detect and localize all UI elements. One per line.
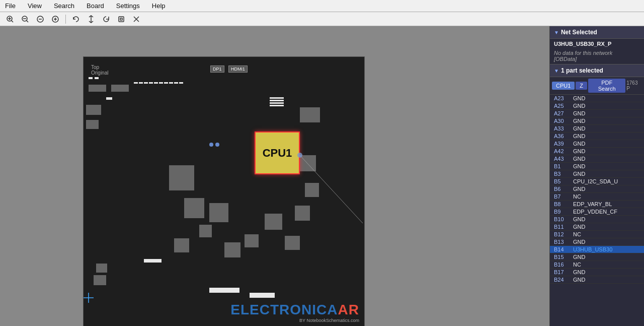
flip-button[interactable] — [85, 14, 97, 24]
parts-selected-label: 1 part selected — [561, 67, 603, 74]
conn-bottom2 — [209, 288, 239, 293]
tab-z[interactable]: Z — [576, 82, 587, 90]
pin-row[interactable]: B14U3HUB_USB30 — [550, 246, 644, 253]
watermark-main: ELECTRONICAAR — [230, 302, 359, 318]
menubar: File View Search Board Settings Help — [0, 0, 644, 12]
pin-row[interactable]: A39GND — [550, 140, 644, 148]
zoom-out-button[interactable] — [19, 14, 31, 24]
pin-number: B24 — [554, 277, 573, 283]
cpu-component[interactable]: CPU1 — [255, 132, 300, 174]
pin-name: NC — [573, 193, 581, 200]
pin-row[interactable]: B8EDP_VARY_BL — [550, 201, 644, 208]
res-2 — [95, 77, 99, 79]
toolbar — [0, 12, 644, 26]
refresh-button[interactable] — [100, 14, 112, 24]
menu-view[interactable]: View — [25, 1, 45, 11]
pin-row[interactable]: A30GND — [550, 117, 644, 125]
pin-row[interactable]: A42GND — [550, 148, 644, 155]
pin-number: B13 — [554, 239, 573, 245]
pin-row[interactable]: B9EDP_VDDEN_CF — [550, 208, 644, 216]
pin-number: B16 — [554, 262, 573, 268]
svg-line-1 — [12, 20, 14, 22]
pin-number: A43 — [554, 156, 573, 162]
pin-row[interactable]: A36GND — [550, 133, 644, 140]
parts-selected-header: ▼ 1 part selected — [550, 64, 644, 77]
zoom-plus-button[interactable] — [49, 14, 61, 24]
pin-number: A27 — [554, 110, 573, 116]
ic-right3 — [305, 183, 319, 197]
pin-name: U3HUB_USB30 — [573, 246, 612, 252]
ic-btm1 — [174, 238, 189, 252]
pin-name: GND — [573, 224, 585, 230]
tab-pdf-search[interactable]: PDF Search — [588, 79, 625, 93]
canvas-area[interactable]: DP1 HDMI1 — [0, 26, 549, 326]
crosshair — [84, 293, 94, 303]
pin-row[interactable]: B5CPU_I2C_SDA_U — [550, 178, 644, 185]
pin-name: GND — [573, 277, 585, 283]
conn-bottom1 — [144, 259, 162, 263]
connection-lines — [84, 57, 364, 326]
pin-number: B14 — [554, 246, 573, 252]
pin-number: B17 — [554, 269, 573, 275]
pin-row[interactable]: B16NC — [550, 261, 644, 269]
pin-row[interactable]: B6GND — [550, 185, 644, 193]
menu-search[interactable]: Search — [51, 1, 77, 11]
fit-view-button[interactable] — [115, 14, 127, 24]
pin-name: GND — [573, 133, 585, 139]
orig-label-text: Original — [91, 70, 108, 76]
right-panel: ▼ Net Selected U3HUB_USB30_RX_P No data … — [549, 26, 644, 326]
resistor-bank-top — [134, 82, 204, 84]
pin-name: EDP_VARY_BL — [573, 201, 612, 207]
pin-row[interactable]: B17GND — [550, 269, 644, 276]
pin-row[interactable]: B7NC — [550, 193, 644, 201]
pin-row[interactable]: A33GND — [550, 125, 644, 133]
ic-left1 — [86, 105, 101, 115]
pin-name: GND — [573, 125, 585, 132]
zoom-minus-button[interactable] — [34, 14, 46, 24]
pin-number: B3 — [554, 171, 573, 177]
top-label-text: Top — [91, 64, 108, 70]
menu-settings[interactable]: Settings — [113, 1, 143, 11]
undo-button[interactable] — [70, 14, 82, 24]
toolbar-separator — [65, 15, 66, 24]
watermark: ELECTRONICAAR BY NotebookSchematics.com — [230, 302, 359, 323]
ic-right1 — [300, 107, 320, 122]
pin-name: GND — [573, 269, 585, 275]
pin-name: CPU_I2C_SDA_U — [573, 178, 618, 184]
zoom-in-button[interactable] — [4, 14, 16, 24]
pin-row[interactable]: B1GND — [550, 163, 644, 170]
cap-2 — [215, 143, 219, 147]
schematic-canvas[interactable]: DP1 HDMI1 — [83, 56, 365, 326]
pin-number: A30 — [554, 118, 573, 124]
menu-help[interactable]: Help — [149, 1, 169, 11]
pin-row[interactable]: B15GND — [550, 253, 644, 261]
pin-row[interactable]: A25GND — [550, 102, 644, 110]
pin-name: NC — [573, 262, 581, 268]
pcb-board: DP1 HDMI1 — [84, 57, 364, 326]
pin-list[interactable]: A23GNDA25GNDA27GNDA30GNDA33GNDA36GNDA39G… — [550, 95, 644, 326]
ic-bottom-left1 — [96, 264, 107, 273]
pin-row[interactable]: A43GND — [550, 155, 644, 163]
pin-row[interactable]: A23GND — [550, 95, 644, 102]
pin-row[interactable]: B11GND — [550, 223, 644, 231]
menu-file[interactable]: File — [2, 1, 19, 11]
pin-row[interactable]: B13GND — [550, 238, 644, 246]
pin-name: EDP_VDDEN_CF — [573, 209, 617, 215]
pin-name: GND — [573, 254, 585, 260]
pin-row[interactable]: B12NC — [550, 231, 644, 238]
tab-cpu1[interactable]: CPU1 — [552, 82, 575, 90]
ic-topleft2 — [111, 85, 129, 92]
svg-rect-14 — [120, 18, 122, 20]
pin-row[interactable]: B10GND — [550, 216, 644, 223]
hdmi1-label: HDMI1 — [228, 66, 248, 73]
close-button[interactable] — [130, 14, 142, 24]
menu-board[interactable]: Board — [84, 1, 107, 11]
pin-name: GND — [573, 156, 585, 162]
ic-left2 — [86, 120, 99, 129]
ic-bottom-left2 — [94, 275, 106, 285]
pin-row[interactable]: B3GND — [550, 170, 644, 178]
pin-row[interactable]: A27GND — [550, 110, 644, 117]
ic-right4 — [295, 206, 310, 221]
pin-row[interactable]: B24GND — [550, 276, 644, 284]
res-1 — [89, 77, 93, 79]
